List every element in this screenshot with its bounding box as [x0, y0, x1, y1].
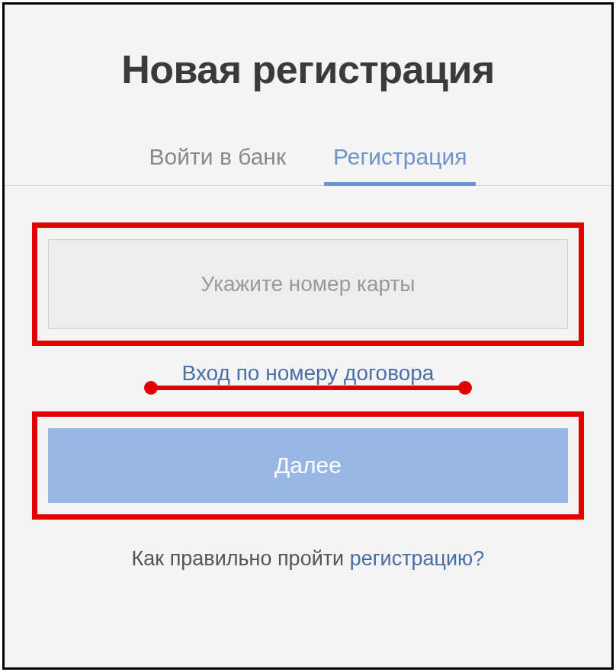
- tab-login[interactable]: Войти в банк: [145, 130, 290, 185]
- contract-link-row: Вход по номеру договора: [32, 361, 584, 386]
- form-area: Вход по номеру договора Далее Как правил…: [5, 186, 611, 594]
- help-text: Как правильно пройти регистрацию?: [32, 547, 584, 571]
- card-input-highlight: [32, 222, 584, 346]
- annotation-dot-right: [458, 381, 472, 395]
- next-button-highlight: Далее: [32, 411, 584, 520]
- card-number-input[interactable]: [48, 239, 568, 329]
- annotation-bar: [152, 386, 464, 390]
- contract-login-link[interactable]: Вход по номеру договора: [182, 361, 435, 385]
- tab-register[interactable]: Регистрация: [329, 130, 471, 185]
- next-button[interactable]: Далее: [48, 428, 568, 503]
- help-prefix: Как правильно пройти: [132, 547, 350, 570]
- annotation-underline: [144, 382, 472, 398]
- registration-panel: Новая регистрация Войти в банк Регистрац…: [2, 2, 614, 670]
- page-title: Новая регистрация: [5, 5, 611, 130]
- tabs-container: Войти в банк Регистрация: [5, 130, 611, 186]
- help-link[interactable]: регистрацию?: [350, 547, 485, 570]
